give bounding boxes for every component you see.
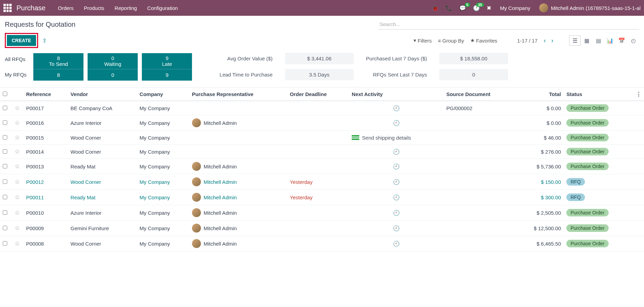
table-row[interactable]: ☆ P00010 Azure Interior My Company Mitch… [0,205,644,221]
star-icon[interactable]: ☆ [14,134,20,141]
table-row[interactable]: ☆ P00017 BE Company CoA My Company 🕘 PG/… [0,101,644,115]
deadline [287,236,349,251]
row-checkbox[interactable] [3,226,7,230]
avatar [192,239,201,248]
dash-row-all[interactable]: All RFQs [5,56,26,62]
clock-icon[interactable]: 🕘 [393,120,400,126]
clock-icon[interactable]: 🕘 [393,105,400,111]
star-icon[interactable]: ☆ [14,178,20,185]
activity-send[interactable]: Send shipping details [352,135,441,141]
nav-item-products[interactable]: Products [84,5,104,11]
row-checkbox[interactable] [3,164,7,168]
tile-my-2[interactable]: 9 [142,69,192,81]
search-input[interactable] [378,19,639,29]
avatar [192,118,201,127]
row-checkbox[interactable] [3,195,7,199]
status-badge: RFQ [566,178,585,186]
import-icon[interactable]: ⇪ [42,37,47,44]
tile-waiting[interactable]: 0Waiting [88,53,138,69]
table-row[interactable]: ☆ P00009 Gemini Furniture My Company Mit… [0,221,644,236]
table-row[interactable]: ☆ P00015 Wood Corner My Company Send shi… [0,131,644,145]
table-row[interactable]: ☆ P00013 Ready Mat My Company Mitchell A… [0,159,644,174]
tile-to-send[interactable]: 8To Send [33,53,83,69]
phone-icon[interactable]: 📞 [445,5,452,11]
ref: P00016 [26,120,44,126]
favorites-button[interactable]: ★Favorites [470,37,497,44]
view-calendar[interactable]: 📅 [616,35,628,46]
star-icon[interactable]: ☆ [14,225,20,232]
apps-icon[interactable] [3,4,12,12]
dash-row-my[interactable]: My RFQs [5,72,26,78]
col-source-document[interactable]: Source Document [443,87,516,101]
col-reference[interactable]: Reference [23,87,68,101]
star-icon[interactable]: ☆ [14,148,20,155]
filters-button[interactable]: ▾Filters [414,37,432,44]
clock-icon[interactable]: 🕘 [393,149,400,155]
col-more[interactable]: ⋮ [633,87,644,101]
star-icon[interactable]: ☆ [14,105,20,111]
col-company[interactable]: Company [137,87,189,101]
app-brand[interactable]: Purchase [16,4,46,12]
activity: 🕘 [349,174,443,190]
total: $ 150.00 [541,179,561,185]
col-purchase-representative[interactable]: Purchase Representative [189,87,287,101]
table-row[interactable]: ☆ P00008 Wood Corner My Company Mitchell… [0,236,644,251]
table-row[interactable]: ☆ P00012 Wood Corner My Company Mitchell… [0,174,644,190]
star-icon[interactable]: ☆ [14,209,20,216]
view-list[interactable]: ☰ [569,35,581,46]
user-menu[interactable]: Mitchell Admin (16789751-saas-15-1-al [539,3,641,12]
vendor: Ready Mat [70,164,95,169]
ref: P00015 [26,135,44,141]
star-icon[interactable]: ☆ [14,240,20,247]
star-icon[interactable]: ☆ [14,163,20,170]
company-switcher[interactable]: My Company [500,5,530,11]
tile-late[interactable]: 9Late [142,53,192,69]
clock-icon[interactable]: 🕘 [393,179,400,185]
activities-icon[interactable]: 🕐35 [473,5,480,11]
row-checkbox[interactable] [3,135,7,140]
messaging-icon[interactable]: 💬5 [459,5,466,11]
table-row[interactable]: ☆ P00016 Azure Interior My Company Mitch… [0,115,644,131]
clock-icon[interactable]: 🕘 [393,164,400,169]
row-checkbox[interactable] [3,149,7,154]
tile-my-1[interactable]: 0 [88,69,138,81]
row-checkbox[interactable] [3,210,7,215]
star-icon[interactable]: ☆ [14,119,20,126]
col-vendor[interactable]: Vendor [68,87,137,101]
nav-item-orders[interactable]: Orders [58,5,74,11]
clock-icon[interactable]: 🕘 [393,194,400,200]
col-next-activity[interactable]: Next Activity [349,87,443,101]
tools-icon[interactable]: ✖ [487,5,491,11]
groupby-button[interactable]: ≡Group By [438,38,464,44]
pager-next[interactable]: › [549,36,556,45]
debug-icon[interactable]: 🐞 [432,5,439,11]
table-row[interactable]: ☆ P00011 Ready Mat My Company Mitchell A… [0,190,644,205]
col-status[interactable]: Status [564,87,633,101]
clock-icon[interactable]: 🕘 [393,225,400,231]
row-checkbox[interactable] [3,106,7,110]
clock-icon[interactable]: 🕘 [393,210,400,216]
select-all[interactable] [3,92,7,96]
view-graph[interactable]: 📊 [604,35,616,46]
view-kanban[interactable]: ▦ [581,35,592,46]
col-total[interactable]: Total [516,87,564,101]
pager-prev[interactable]: ‹ [541,36,549,45]
nav-item-configuration[interactable]: Configuration [147,5,178,11]
row-checkbox[interactable] [3,179,7,184]
row-checkbox[interactable] [3,120,7,125]
source [443,205,516,221]
nav-item-reporting[interactable]: Reporting [115,5,137,11]
vendor: Wood Corner [70,179,101,185]
view-pivot[interactable]: ▤ [592,35,604,46]
col-order-deadline[interactable]: Order Deadline [287,87,349,101]
groupby-icon: ≡ [438,38,441,44]
clock-icon[interactable]: 🕘 [393,241,400,247]
tile-my-0[interactable]: 8 [33,69,83,81]
star-icon[interactable]: ☆ [14,194,20,201]
create-button[interactable]: CREATE [7,35,36,46]
table-row[interactable]: ☆ P00014 Wood Corner My Company 🕘 $ 276.… [0,145,644,159]
status-badge: Purchase Order [566,134,609,141]
avatar [539,3,548,12]
row-checkbox[interactable] [3,241,7,246]
view-activity[interactable]: ◴ [628,35,639,46]
